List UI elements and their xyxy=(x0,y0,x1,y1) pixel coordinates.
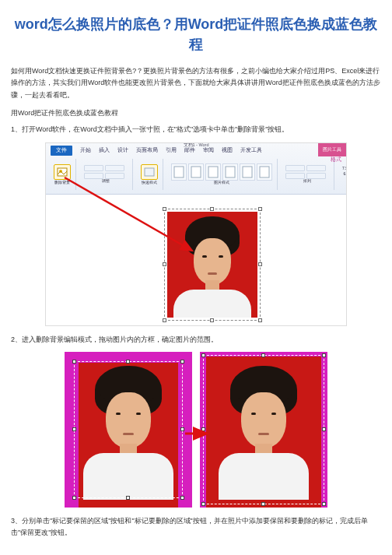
btn-artistic xyxy=(84,173,103,179)
group-remove-bg: 删除背景 xyxy=(49,159,76,190)
btn-color xyxy=(105,165,124,171)
style-thumb xyxy=(240,163,255,181)
svg-rect-4 xyxy=(191,167,201,177)
bg-remove-left xyxy=(65,352,192,508)
tab-insert: 插入 xyxy=(99,147,110,154)
window-title: 文档1 - Word xyxy=(184,142,209,148)
group-arrange: 排列 xyxy=(281,159,334,190)
crop-marquee xyxy=(74,361,183,498)
group-picture-styles: 图片样式 xyxy=(166,159,278,190)
quick-styles-button xyxy=(141,164,158,180)
word-ribbon: 文档1 - Word 图片工具 格式 文件 开始 插入 设计 页面布局 引用 邮… xyxy=(46,143,346,195)
step-arrow-icon xyxy=(184,427,212,441)
step-1: 1、打开Word软件，在Word文档中插入一张寸照，在"格式"选项卡中单击"删除… xyxy=(11,124,381,135)
svg-rect-0 xyxy=(58,168,67,176)
style-thumb xyxy=(257,163,272,181)
tab-home: 开始 xyxy=(80,147,91,154)
id-photo-red-bg xyxy=(167,212,257,318)
svg-rect-6 xyxy=(226,167,235,177)
selected-image-frame xyxy=(164,209,261,321)
btn-forward xyxy=(285,173,305,179)
tab-ref: 引用 xyxy=(166,147,177,154)
svg-rect-7 xyxy=(243,167,252,177)
group-adjust-label: 调整 xyxy=(102,179,110,183)
btn-wrap xyxy=(306,165,326,171)
tab-view: 视图 xyxy=(222,147,233,154)
style-thumb xyxy=(222,163,238,181)
svg-rect-3 xyxy=(174,167,184,177)
tab-design: 设计 xyxy=(117,147,128,154)
group-adjust: 调整 xyxy=(79,159,133,190)
tab-mail: 邮件 xyxy=(184,147,195,154)
style-thumb xyxy=(188,163,204,181)
tab-review: 审阅 xyxy=(203,147,214,154)
contextual-tab-group: 图片工具 xyxy=(318,143,346,156)
contextual-tab-format: 格式 xyxy=(331,156,341,163)
remove-background-label: 删除背景 xyxy=(54,181,70,184)
tab-file: 文件 xyxy=(51,146,72,156)
svg-rect-5 xyxy=(208,167,218,177)
group-size: 7.54 厘米 6.5 厘米 大小 xyxy=(338,159,347,190)
style-thumb xyxy=(205,163,221,181)
svg-rect-8 xyxy=(260,167,269,177)
style-thumb xyxy=(171,163,187,181)
screenshot-bg-removal-pair xyxy=(59,352,333,508)
tab-dev: 开发工具 xyxy=(240,147,262,154)
size-width: 6.5 厘米 xyxy=(343,172,347,176)
quick-styles-label: 快速样式 xyxy=(142,181,157,184)
step-3: 3、分别单击"标记要保留的区域"按钮和"标记要删除的区域"按钮，并在照片中添加要… xyxy=(11,515,381,539)
btn-position xyxy=(285,165,305,171)
group-quick-styles: 快速样式 xyxy=(136,159,163,190)
size-height: 7.54 厘米 xyxy=(342,167,347,170)
page-title: word怎么换照片的底色？用Word把证件照底色换成蓝色教程 xyxy=(11,14,381,54)
screenshot-word-ribbon: 文档1 - Word 图片工具 格式 文件 开始 插入 设计 页面布局 引用 邮… xyxy=(45,142,347,326)
document-canvas xyxy=(46,195,346,325)
tab-layout: 页面布局 xyxy=(136,147,158,154)
remove-background-button xyxy=(54,164,71,180)
group-styles-label: 图片样式 xyxy=(214,181,229,184)
step-2: 2、进入删除背景编辑模式，拖动图片内的方框，确定图片的范围。 xyxy=(11,334,381,346)
group-arrange-label: 排列 xyxy=(303,179,311,183)
tutorial-subheading: 用Word把证件照底色换成蓝色教程 xyxy=(11,107,381,119)
svg-rect-2 xyxy=(145,168,154,176)
btn-corrections xyxy=(84,165,103,171)
intro-paragraph: 如何用Word文档快速更换证件照背景色?？更换照片背景色的方法有很多，之前小编也… xyxy=(11,65,381,101)
bg-remove-right xyxy=(200,352,327,508)
crop-marquee-expanded xyxy=(203,355,324,504)
